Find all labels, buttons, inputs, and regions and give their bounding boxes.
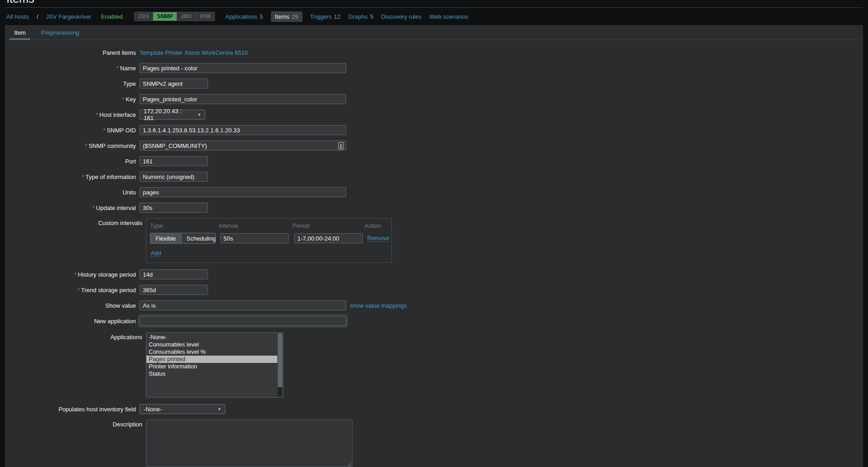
nav-discovery-rules-label[interactable]: Discovery rules [381, 13, 421, 20]
snmp-oid-label: *SNMP OID [5, 127, 140, 134]
required-asterisk: * [82, 173, 84, 180]
breadcrumb: All hosts / JSV Fargeskriver Enabled ZBX… [6, 8, 868, 25]
host-status-enabled[interactable]: Enabled [101, 13, 123, 20]
type-of-information-row: *Type of information [5, 172, 863, 182]
application-option[interactable]: -None- [146, 334, 283, 341]
chevron-down-icon: ▼ [218, 407, 221, 411]
name-label: *Name [5, 65, 140, 72]
zbx-badge: ZBX [135, 12, 153, 21]
nav-triggers-label[interactable]: Triggers [310, 13, 332, 20]
add-interval-link[interactable]: Add [151, 250, 161, 257]
nav-items-current[interactable]: Items 29 [271, 11, 302, 22]
page-title: Items [6, 0, 868, 5]
inventory-row: Populates host inventory field -None- ▼ [5, 404, 863, 414]
nav-web-scenarios[interactable]: Web scenarios [429, 13, 468, 20]
chevron-down-icon: ▼ [198, 113, 201, 117]
custom-intervals-table: Type Interval Period Action Flexible Sch… [146, 218, 392, 263]
new-application-row: New application [5, 316, 863, 326]
trends-row: *Trend storage period [5, 285, 863, 295]
type-input[interactable] [140, 79, 208, 89]
key-label: *Key [5, 96, 140, 103]
history-input[interactable] [140, 269, 208, 279]
required-asterisk: * [74, 271, 77, 278]
breadcrumb-separator: / [36, 13, 38, 20]
parent-items-row: Parent items Template Printer Xerox Work… [5, 47, 863, 58]
update-interval-input[interactable] [140, 203, 208, 213]
macro-select-button[interactable] [338, 142, 344, 150]
tab-preprocessing[interactable]: Preprocessing [36, 25, 83, 40]
interface-availability-badges: ZBX SNMP JMX IPMI [134, 12, 215, 21]
nav-applications[interactable]: Applications 5 [225, 13, 263, 20]
show-value-label: Show value [5, 302, 140, 309]
breadcrumb-all-hosts-link[interactable]: All hosts [6, 13, 29, 20]
units-label: Units [5, 189, 140, 196]
required-asterisk: * [78, 287, 80, 294]
ci-header-interval: Interval [218, 222, 292, 229]
required-asterisk: * [122, 96, 125, 103]
new-application-label: New application [5, 318, 140, 325]
tab-item[interactable]: Item [10, 25, 30, 40]
resize-handle-icon[interactable] [347, 462, 352, 467]
page-header: Items All hosts / JSV Fargeskriver Enabl… [0, 0, 868, 25]
nav-applications-count: 5 [260, 13, 263, 20]
type-row: Type [5, 79, 863, 89]
trends-input[interactable] [140, 285, 208, 295]
nav-discovery-rules[interactable]: Discovery rules [381, 13, 421, 20]
update-interval-label: *Update interval [5, 205, 140, 211]
history-label: *History storage period [5, 271, 140, 278]
custom-intervals-label: Custom intervals [11, 218, 146, 226]
application-option[interactable]: Status [146, 370, 283, 378]
flexible-button[interactable]: Flexible [151, 233, 182, 243]
required-asterisk: * [103, 127, 105, 134]
parent-items-label: Parent items [5, 49, 140, 56]
nav-web-scenarios-label[interactable]: Web scenarios [429, 13, 468, 20]
new-application-input[interactable] [140, 316, 346, 326]
down-arrow-box-icon [338, 142, 344, 150]
nav-triggers-count: 12 [334, 13, 340, 20]
show-value-mappings-link[interactable]: show value mappings [350, 302, 407, 309]
parent-template-link[interactable]: Template Printer Xerox WorkCentre 6510 [140, 49, 248, 56]
snmp-community-row: *SNMP community [5, 141, 863, 151]
breadcrumb-host-link[interactable]: JSV Fargeskriver [46, 13, 92, 20]
key-input[interactable] [140, 94, 346, 104]
type-of-information-input[interactable] [140, 172, 208, 182]
nav-graphs[interactable]: Graphs 5 [348, 13, 374, 20]
nav-applications-label[interactable]: Applications [225, 13, 257, 20]
period-input[interactable] [294, 233, 363, 243]
inventory-value: -None- [144, 406, 162, 413]
item-form-panel: Item Preprocessing Parent items Template… [5, 25, 863, 467]
ci-header-type: Type [150, 222, 218, 229]
port-input[interactable] [140, 156, 208, 166]
application-option-selected[interactable]: Pages printed [146, 356, 277, 363]
description-row: Description [5, 420, 863, 467]
show-value-input[interactable] [140, 300, 346, 310]
units-row: Units [5, 187, 863, 197]
applications-listbox[interactable]: -None- Consumables level Consumables lev… [146, 332, 283, 398]
host-interface-select[interactable]: 172.20.20.43 : 161 ▼ [140, 110, 205, 120]
units-input[interactable] [140, 187, 346, 197]
application-option[interactable]: Consumables level % [146, 348, 283, 356]
scheduling-button[interactable]: Scheduling [182, 233, 216, 243]
ipmi-badge: IPMI [196, 12, 215, 21]
snmp-oid-row: *SNMP OID [5, 125, 863, 135]
jmx-badge: JMX [177, 12, 196, 21]
application-option[interactable]: Printer information [146, 363, 283, 370]
nav-graphs-label[interactable]: Graphs [348, 13, 368, 20]
inventory-select[interactable]: -None- ▼ [140, 404, 225, 414]
item-form: Parent items Template Printer Xerox Work… [5, 40, 863, 467]
description-textarea[interactable] [146, 420, 353, 467]
required-asterisk: * [96, 111, 98, 118]
scrollbar-thumb[interactable] [278, 333, 282, 387]
remove-interval-link[interactable]: Remove [367, 235, 389, 242]
port-row: Port [5, 156, 863, 166]
custom-interval-entry: Flexible Scheduling Remove [150, 233, 388, 244]
name-input[interactable] [140, 63, 346, 73]
nav-triggers[interactable]: Triggers 12 [310, 13, 341, 20]
nav-items-label[interactable]: Items [275, 13, 290, 20]
snmp-community-input[interactable] [140, 141, 346, 151]
application-option[interactable]: Consumables level [146, 341, 283, 348]
snmp-oid-input[interactable] [140, 125, 346, 135]
interval-input[interactable] [220, 233, 289, 243]
listbox-scrollbar[interactable] [278, 333, 282, 397]
inventory-label: Populates host inventory field [5, 406, 140, 413]
